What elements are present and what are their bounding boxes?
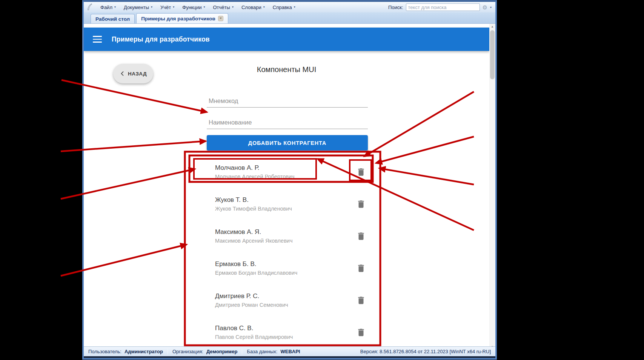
- tab-strip: Рабочий столПримеры для разработчиков✕: [84, 12, 495, 24]
- chevron-down-icon: ▾: [173, 6, 174, 9]
- status-field-value: Администратор: [124, 349, 163, 354]
- screenshot-stage: Файл▾Документы▾Учёт▾Функции▾Отчёты▾Слова…: [0, 0, 644, 360]
- status-field-value: Демопример: [206, 349, 237, 354]
- chevron-down-icon: ▾: [114, 6, 116, 9]
- quill-icon: [87, 3, 94, 11]
- tab-label: Рабочий стол: [95, 16, 130, 22]
- menu-item-label: Словари: [241, 5, 261, 10]
- list-item-secondary: Павлов Сергей Владимирович: [215, 334, 456, 340]
- status-field-label: База данных:: [247, 349, 277, 354]
- list-item: Жуков Т. В.Жуков Тимофей Владленович: [215, 196, 456, 217]
- chevron-down-icon: ▾: [263, 6, 265, 9]
- list-item-primary: Павлов С. В.: [215, 325, 456, 332]
- menu-item-5[interactable]: Отчёты▾: [213, 5, 234, 10]
- status-bar: Пользователь:АдминистраторОрганизация:Де…: [84, 346, 495, 356]
- status-fields: Пользователь:АдминистраторОрганизация:Де…: [88, 349, 300, 355]
- list-item: Ермаков Б. В.Ермаков Богдан Владиславови…: [215, 260, 456, 281]
- delete-button[interactable]: [355, 166, 367, 178]
- add-contractor-button[interactable]: ДОБАВИТЬ КОНТРАГЕНТА: [207, 135, 368, 151]
- chevron-down-icon: ▾: [151, 6, 152, 9]
- trash-icon: [356, 231, 366, 241]
- content-scrollbar[interactable]: ▲ ▼: [489, 24, 495, 350]
- list-item-secondary: Жуков Тимофей Владленович: [215, 206, 456, 212]
- list-item: Павлов С. В.Павлов Сергей Владимирович: [215, 325, 456, 345]
- application-window: Файл▾Документы▾Учёт▾Функции▾Отчёты▾Слова…: [82, 0, 497, 360]
- delete-button[interactable]: [355, 263, 367, 275]
- gear-icon[interactable]: ⚙: [483, 5, 487, 10]
- version-label: Версия: 8.561.8726.8054 от 22.11.2023 [W…: [360, 349, 491, 354]
- tab-1[interactable]: Рабочий стол: [91, 14, 135, 23]
- chevron-down-icon[interactable]: ▾: [490, 6, 492, 9]
- status-separator: [168, 349, 168, 355]
- menu-bar: Файл▾Документы▾Учёт▾Функции▾Отчёты▾Слова…: [84, 2, 495, 12]
- status-field-label: Пользователь:: [88, 349, 121, 354]
- menu-item-label: Документы: [124, 5, 149, 10]
- menu-item-label: Отчёты: [213, 5, 230, 10]
- search-label: Поиск:: [388, 5, 403, 10]
- tab-2[interactable]: Примеры для разработчиков✕: [136, 13, 228, 23]
- status-field-label: Организация:: [172, 349, 203, 354]
- trash-icon: [356, 167, 366, 177]
- menu-item-2[interactable]: Документы▾: [124, 5, 152, 10]
- list-item-secondary: Ермаков Богдан Владиславович: [215, 270, 456, 276]
- status-separator: [242, 349, 242, 355]
- list-item: Молчанов А. Р.Молчанов Алексей Робертови…: [215, 164, 456, 185]
- search-area: Поиск: ⚙ ▾: [388, 3, 492, 11]
- list-item-secondary: Молчанов Алексей Робертович: [215, 174, 456, 180]
- chevron-down-icon: ▾: [232, 6, 234, 9]
- list-item: Максимов А. Я.Максимов Арсений Яковлевич: [215, 228, 456, 249]
- menu-item-4[interactable]: Функции▾: [182, 5, 205, 10]
- trash-icon: [356, 328, 366, 337]
- list-item-primary: Ермаков Б. В.: [215, 260, 456, 268]
- list-item-secondary: Дмитриев Роман Семенович: [215, 302, 456, 308]
- delete-button[interactable]: [355, 198, 367, 211]
- list-item-primary: Жуков Т. В.: [215, 196, 456, 204]
- list-item-primary: Дмитриев Р. С.: [215, 292, 456, 300]
- chevron-down-icon: ▾: [203, 6, 205, 9]
- hamburger-icon[interactable]: [93, 36, 102, 43]
- delete-button[interactable]: [355, 295, 367, 307]
- app-header: Примеры для разработчиков: [84, 28, 489, 51]
- menu-item-label: Функции: [182, 5, 201, 10]
- list-item-primary: Максимов А. Я.: [215, 228, 456, 236]
- menu-item-7[interactable]: Справка▾: [273, 5, 295, 10]
- chevron-down-icon: ▾: [294, 6, 295, 9]
- menu-items: Файл▾Документы▾Учёт▾Функции▾Отчёты▾Слова…: [100, 5, 295, 10]
- app-header-title: Примеры для разработчиков: [112, 35, 210, 43]
- page-title: Компоненты MUI: [84, 65, 489, 74]
- menu-item-6[interactable]: Словари▾: [241, 5, 265, 10]
- window-bottom-edge: [84, 356, 495, 358]
- web-content: Примеры для разработчиков НАЗАД Компонен…: [84, 24, 495, 350]
- menu-item-label: Справка: [273, 5, 292, 10]
- scrollbar-thumb[interactable]: [490, 30, 495, 79]
- search-input[interactable]: [406, 3, 480, 11]
- close-icon[interactable]: ✕: [218, 16, 223, 21]
- menu-item-label: Файл: [100, 5, 112, 10]
- trash-icon: [356, 199, 366, 209]
- list-item-primary: Молчанов А. Р.: [215, 164, 456, 172]
- menu-item-label: Учёт: [160, 5, 171, 10]
- list-item: Дмитриев Р. С.Дмитриев Роман Семенович: [215, 292, 456, 313]
- list-item-secondary: Максимов Арсений Яковлевич: [215, 238, 456, 244]
- status-field-value: WEBAPI: [280, 349, 300, 354]
- delete-button[interactable]: [355, 327, 367, 339]
- trash-icon: [356, 295, 366, 305]
- tab-label: Примеры для разработчиков: [141, 16, 215, 22]
- menu-item-3[interactable]: Учёт▾: [160, 5, 174, 10]
- mnemocode-field[interactable]: [207, 95, 368, 108]
- menu-item-1[interactable]: Файл▾: [100, 5, 116, 10]
- trash-icon: [356, 263, 366, 273]
- scroll-up-icon[interactable]: ▲: [489, 24, 495, 29]
- name-field[interactable]: [207, 116, 368, 129]
- delete-button[interactable]: [355, 231, 367, 243]
